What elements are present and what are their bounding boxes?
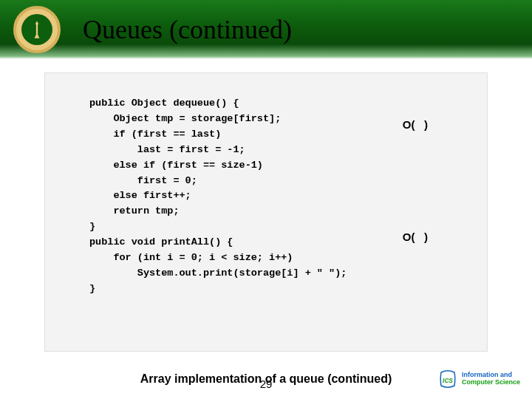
big-o-annotation: O( )	[403, 116, 428, 133]
code-line: first = 0;	[89, 175, 197, 186]
code-line: public Object dequeue() {	[89, 98, 239, 109]
department-logo: ICS Information and Computer Science	[437, 368, 520, 390]
code-block: public Object dequeue() { Object tmp = s…	[44, 72, 488, 352]
code-line: last = first = -1;	[89, 144, 245, 155]
code-line: if (first == last)	[89, 129, 221, 140]
ics-logo-icon: ICS	[437, 368, 459, 390]
code-line: else first++;	[89, 190, 191, 201]
code-line: else if (first == size-1)	[89, 160, 263, 171]
code-line: return tmp;	[89, 205, 180, 216]
slide-content: public Object dequeue() { Object tmp = s…	[0, 59, 532, 386]
svg-text:ICS: ICS	[443, 378, 453, 384]
dept-line-2: Computer Science	[462, 379, 520, 386]
slide-header: Queues (continued)	[0, 0, 532, 59]
code-line: Object tmp = storage[first];	[89, 113, 281, 124]
university-logo	[13, 6, 61, 53]
page-number: 29	[260, 378, 273, 390]
slide-footer: 29 ICS Information and Computer Science	[0, 378, 532, 390]
slide-title: Queues (continued)	[83, 14, 292, 45]
big-o-annotation: O( )	[403, 228, 428, 245]
code-line: }	[89, 283, 95, 294]
torch-icon	[27, 19, 47, 40]
department-name: Information and Computer Science	[462, 372, 520, 386]
code-line: public void printAll() {	[89, 236, 233, 248]
code-line: System.out.print(storage[i] + " ");	[89, 267, 347, 279]
code-line: for (int i = 0; i < size; i++)	[89, 252, 293, 263]
logo-inner	[21, 14, 52, 45]
code-line: }	[89, 221, 95, 232]
